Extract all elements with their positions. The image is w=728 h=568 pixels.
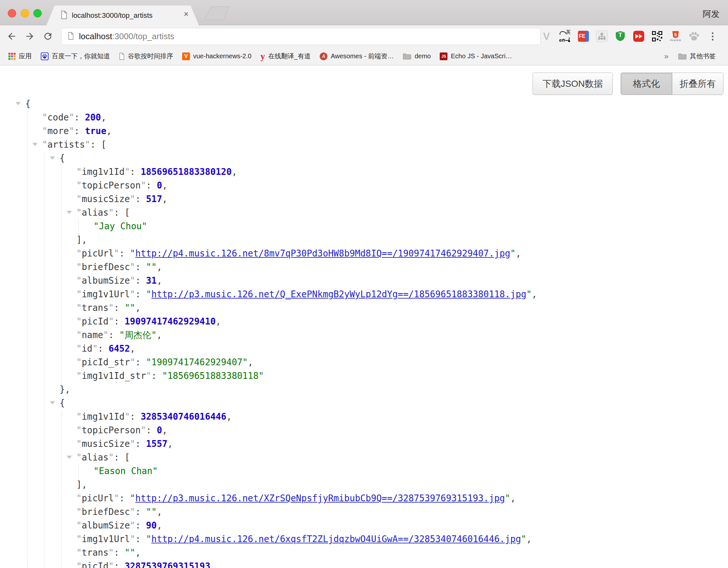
sitemap-extension-icon[interactable] <box>596 30 608 43</box>
collapse-arrow-icon[interactable] <box>16 102 21 105</box>
bookmark-item[interactable]: y在线翻译_有道 <box>260 51 311 61</box>
bookmarks-bar: 应用百度一下，你就知道谷歌按时间排序Vvue-hackernews-2.0y在线… <box>0 47 728 65</box>
collapse-arrow-icon[interactable] <box>67 456 72 459</box>
url-host-text: localhost <box>79 31 112 41</box>
json-line: "briefDesc": "", <box>0 505 728 518</box>
json-line: "picUrl": "http://p4.music.126.net/8mv7q… <box>0 246 728 260</box>
indent-guide <box>44 152 44 568</box>
json-line: "img1v1Id_str": "18569651883380118" <box>0 369 728 383</box>
url-path-text: :3000/top_artists <box>112 31 174 41</box>
page-document-icon <box>61 11 67 20</box>
json-line: "Jay Chou" <box>0 219 728 233</box>
vue-bookmark-icon: V <box>182 52 190 60</box>
json-line: "trans": "", <box>0 301 728 315</box>
json-line: { <box>0 151 728 165</box>
bookmark-item[interactable]: AAwesomes - 前端资… <box>320 52 394 61</box>
download-json-button[interactable]: 下载JSON数据 <box>533 72 613 95</box>
json-line: "alias": [ <box>0 451 728 464</box>
translate-extension-icon[interactable]: 英 en <box>559 30 571 43</box>
browser-menu-icon[interactable] <box>707 30 718 43</box>
json-line: "artists": [ <box>0 138 728 151</box>
folder-icon <box>403 53 411 60</box>
json-line: "briefDesc": "", <box>0 260 728 273</box>
json-line: "code": 200, <box>0 110 728 124</box>
json-line: "albumSize": 31, <box>0 273 728 287</box>
json-line: "Eason Chan" <box>0 464 728 478</box>
json-line: "img1v1Url": "http://p4.music.126.net/6x… <box>0 532 728 546</box>
browser-tab[interactable]: localhost:3000/top_artists × <box>46 6 199 26</box>
format-button[interactable]: 格式化 <box>621 73 672 95</box>
json-line: "img1v1Id": 18569651883380120, <box>0 165 728 178</box>
bookmark-item[interactable]: 百度一下，你就知道 <box>41 52 110 61</box>
bookmark-item[interactable]: demo <box>403 52 431 60</box>
json-tree-view: {"code": 200,"more": true,"artists": [{"… <box>0 97 728 568</box>
collapse-arrow-icon[interactable] <box>67 211 72 214</box>
bookmark-label: Echo JS - JavaScri… <box>451 52 512 60</box>
apps-grid-icon <box>8 53 16 60</box>
json-line: "picId_str": "19097417462929407", <box>0 355 728 369</box>
bookmark-item[interactable]: JSEcho JS - JavaScri… <box>440 52 512 60</box>
json-url-link[interactable]: http://p3.music.126.net/XZrSQeNpsfjyRmib… <box>135 493 505 503</box>
html5-player-extension-icon[interactable]: 5 PLAYER <box>670 30 681 43</box>
collapse-arrow-icon[interactable] <box>50 401 55 405</box>
bookmark-item[interactable]: 应用 <box>8 52 32 61</box>
json-line: ], <box>0 478 728 491</box>
bookmark-label: vue-hackernews-2.0 <box>193 52 251 60</box>
back-button[interactable] <box>5 30 18 43</box>
json-line: "picId": 19097417462929410, <box>0 315 728 328</box>
bookmark-label: 在线翻译_有道 <box>268 52 311 61</box>
collapse-all-button[interactable]: 折叠所有 <box>672 73 723 95</box>
collapse-arrow-icon[interactable] <box>50 156 55 160</box>
reload-button[interactable] <box>41 30 54 43</box>
fe-extension-icon[interactable]: FE <box>578 30 589 43</box>
indent-guide <box>78 220 79 235</box>
json-url-link[interactable]: http://p4.music.126.net/6xqsfT2ZLjdqzbwO… <box>151 534 521 544</box>
json-line: "topicPerson": 0, <box>0 178 728 192</box>
json-line: "alias": [ <box>0 206 728 219</box>
json-line: { <box>0 97 728 110</box>
json-line: "topicPerson": 0, <box>0 423 728 437</box>
awesomes-icon: A <box>320 52 327 60</box>
extensions-row: V 英 en FE T 5 PLAYER <box>541 25 718 47</box>
close-window-button[interactable] <box>8 9 16 17</box>
other-bookmarks-folder[interactable]: 其他书签 <box>678 52 716 61</box>
fast-forward-extension-icon[interactable] <box>633 30 645 43</box>
paw-extension-icon[interactable] <box>688 30 700 43</box>
bookmark-item[interactable]: 谷歌按时间排序 <box>119 52 173 61</box>
json-line: "img1v1Url": "http://p3.music.126.net/Q_… <box>0 287 728 301</box>
youdao-icon: y <box>260 51 265 61</box>
bookmark-label: 百度一下，你就知道 <box>52 52 110 61</box>
json-url-link[interactable]: http://p4.music.126.net/8mv7qP30Pd3oHW8b… <box>135 248 510 258</box>
new-tab-button[interactable] <box>204 6 230 20</box>
tampermonkey-shield-extension-icon[interactable]: T <box>614 30 626 43</box>
json-line: "id": 6452, <box>0 342 728 355</box>
minimize-window-button[interactable] <box>21 9 29 17</box>
forward-button[interactable] <box>23 30 36 43</box>
bookmarks-overflow-chevron-icon[interactable]: » <box>664 52 668 61</box>
bookmark-label: 应用 <box>19 52 32 61</box>
json-line: ], <box>0 233 728 246</box>
fullscreen-window-button[interactable] <box>33 9 42 17</box>
bookmark-label: 谷歌按时间排序 <box>128 52 173 61</box>
tab-close-icon[interactable]: × <box>184 10 189 18</box>
address-bar[interactable]: localhost:3000/top_artists <box>61 28 541 45</box>
view-mode-segmented-control: 格式化 折叠所有 <box>621 72 723 95</box>
json-line: "musicSize": 1557, <box>0 437 728 451</box>
indent-guide <box>27 111 28 568</box>
json-url-link[interactable]: http://p3.music.126.net/Q_ExePNkmgB2yWyL… <box>151 289 526 299</box>
echojs-icon: JS <box>440 52 447 60</box>
indent-guide <box>61 165 62 385</box>
other-bookmarks-label: 其他书签 <box>690 52 716 61</box>
folder-icon <box>678 53 687 60</box>
tab-title: localhost:3000/top_artists <box>72 11 153 20</box>
browser-profile-name[interactable]: 阿发 <box>703 8 720 20</box>
json-line: "name": "周杰伦", <box>0 328 728 342</box>
vue-devtools-extension-icon[interactable]: V <box>541 30 552 43</box>
json-line: { <box>0 396 728 410</box>
json-line: "img1v1Id": 3285340746016446, <box>0 410 728 423</box>
bookmark-item[interactable]: Vvue-hackernews-2.0 <box>182 52 251 60</box>
json-line: "picId": 3287539769315193, <box>0 559 728 568</box>
qr-code-extension-icon[interactable] <box>651 30 663 43</box>
collapse-arrow-icon[interactable] <box>32 143 38 146</box>
bookmark-label: demo <box>414 52 431 60</box>
